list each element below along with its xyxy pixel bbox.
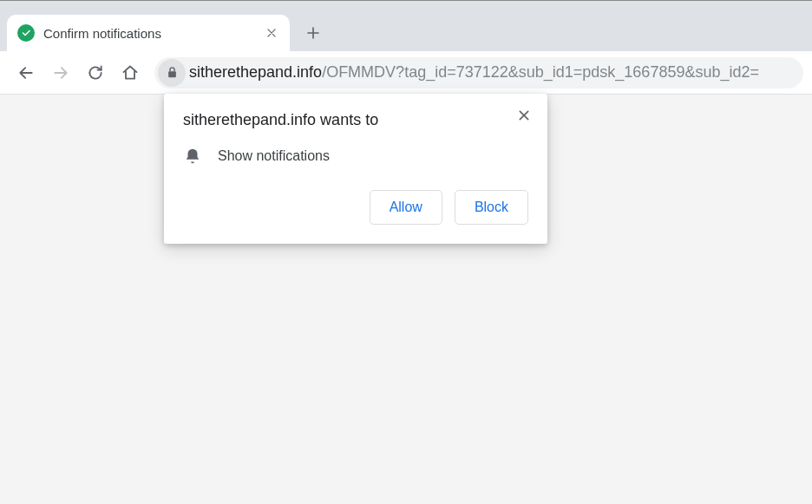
url-path: /OFMMDV?tag_id=737122&sub_id1=pdsk_16678… <box>322 63 759 82</box>
check-circle-icon <box>17 24 35 42</box>
allow-button[interactable]: Allow <box>370 190 442 225</box>
lock-icon[interactable] <box>158 59 186 87</box>
url-text: sitherethepand.info/OFMMDV?tag_id=737122… <box>189 63 759 82</box>
dialog-buttons: Allow Block <box>183 190 528 225</box>
bell-icon <box>183 147 202 166</box>
permission-label: Show notifications <box>218 148 330 164</box>
forward-button[interactable] <box>43 56 78 90</box>
browser-tab[interactable]: Confirm notifications <box>7 15 290 51</box>
permission-row: Show notifications <box>183 147 528 166</box>
back-button[interactable] <box>9 56 43 90</box>
dialog-title: sitherethepand.info wants to <box>183 111 528 129</box>
home-button[interactable] <box>113 56 147 90</box>
permission-dialog: sitherethepand.info wants to Show notifi… <box>164 94 547 244</box>
svg-rect-0 <box>168 71 176 77</box>
tab-title: Confirm notifications <box>43 26 264 41</box>
tab-strip: Confirm notifications <box>0 1 812 51</box>
close-icon[interactable] <box>264 25 279 41</box>
new-tab-button[interactable] <box>298 18 328 48</box>
block-button[interactable]: Block <box>455 190 528 225</box>
url-domain: sitherethepand.info <box>189 63 322 82</box>
close-icon[interactable] <box>514 106 534 125</box>
address-bar[interactable]: sitherethepand.info/OFMMDV?tag_id=737122… <box>154 57 803 88</box>
toolbar: sitherethepand.info/OFMMDV?tag_id=737122… <box>0 51 812 95</box>
reload-button[interactable] <box>78 56 113 90</box>
